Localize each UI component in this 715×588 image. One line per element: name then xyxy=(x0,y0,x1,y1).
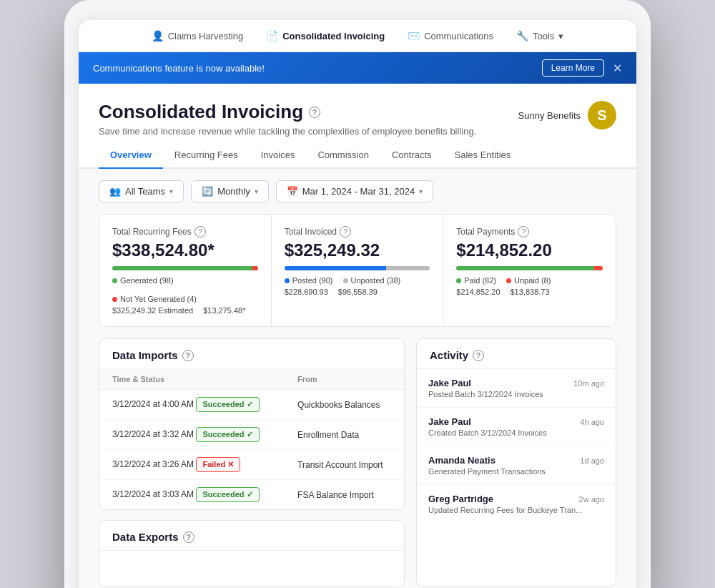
payments-breakdown-unpaid: Unpaid (8) xyxy=(506,276,551,285)
import-time: 3/12/2024 at 3:32 AM Succeeded ✓ xyxy=(99,420,285,450)
status-badge: Succeeded ✓ xyxy=(196,397,259,412)
lower-section: Data Imports ? Time & Status From xyxy=(99,338,616,587)
import-from: Enrollment Data xyxy=(285,420,404,450)
tab-bar: Overview Recurring Fees Invoices Commiss… xyxy=(79,142,636,169)
data-exports-header: Data Exports ? xyxy=(99,521,404,551)
payments-progress-bar xyxy=(456,266,603,270)
frequency-chevron-icon: ▾ xyxy=(255,187,258,195)
app-window: 👤 Claims Harvesting 📄 Consolidated Invoi… xyxy=(79,20,636,588)
table-row: 3/12/2024 at 3:26 AM Failed ✕Transit Acc… xyxy=(99,450,404,480)
recurring-progress-green xyxy=(112,266,252,270)
metric-total-recurring-fees: Total Recurring Fees ? $338,524.80* Gene… xyxy=(99,215,272,326)
metric-value-payments: $214,852.20 xyxy=(456,240,603,260)
import-from: Quickbooks Balances xyxy=(285,390,404,420)
recurring-breakdown: Generated (98) Not Yet Generated (4) xyxy=(112,276,258,303)
top-nav: 👤 Claims Harvesting 📄 Consolidated Invoi… xyxy=(79,20,636,52)
payments-progress-red xyxy=(594,266,603,270)
teams-filter-icon: 👥 xyxy=(109,186,121,197)
page-header: Consolidated Invoicing ? Save time and i… xyxy=(79,84,636,142)
activity-panel: Activity ? Jake Paul10m agoPosted Batch … xyxy=(416,338,616,587)
nav-item-communications[interactable]: ✉️ Communications xyxy=(408,30,493,41)
data-imports-help-icon[interactable]: ? xyxy=(182,350,194,361)
promo-banner: Communications feature is now available!… xyxy=(79,52,636,84)
main-content: 👥 All Teams ▾ 🔄 Monthly ▾ 📅 Mar 1, 2024 … xyxy=(79,169,636,588)
page-title-help-icon[interactable]: ? xyxy=(309,107,320,118)
tools-chevron-icon: ▾ xyxy=(558,31,563,41)
nav-item-tools[interactable]: 🔧 Tools ▾ xyxy=(516,30,563,41)
date-range-label: Mar 1, 2024 - Mar 31, 2024 xyxy=(302,186,415,197)
tab-sales-entities[interactable]: Sales Entities xyxy=(443,142,523,169)
teams-filter-label: All Teams xyxy=(125,186,165,197)
page-title-block: Consolidated Invoicing ? Save time and i… xyxy=(99,101,476,137)
nav-item-claims-harvesting[interactable]: 👤 Claims Harvesting xyxy=(152,30,243,41)
recurring-amounts: $325,249.32 Estimated $13,275.48* xyxy=(112,306,258,315)
dot-generated xyxy=(112,278,117,283)
tab-contracts[interactable]: Contracts xyxy=(380,142,443,169)
imports-col-from: From xyxy=(285,369,404,390)
metric-label-recurring: Total Recurring Fees ? xyxy=(112,226,258,237)
nav-item-consolidated-invoicing[interactable]: 📄 Consolidated Invoicing xyxy=(266,30,385,41)
list-item: Amanda Neatis1d agoGenerated Payment Tra… xyxy=(417,446,616,485)
data-exports-content xyxy=(99,551,404,587)
activity-item-top: Amanda Neatis1d ago xyxy=(428,455,604,466)
data-exports-panel: Data Exports ? xyxy=(99,520,405,587)
invoiced-breakdown: Posted (90) Unposted (38) xyxy=(285,276,430,285)
page-subtitle: Save time and increase revenue while tac… xyxy=(99,126,476,137)
activity-description: Posted Batch 3/12/2024 Invoices xyxy=(428,390,604,398)
data-exports-help-icon[interactable]: ? xyxy=(183,531,194,543)
frequency-filter-button[interactable]: 🔄 Monthly ▾ xyxy=(191,180,269,202)
activity-item-top: Greg Partridge2w ago xyxy=(428,494,604,504)
tab-invoices[interactable]: Invoices xyxy=(250,142,307,169)
activity-time: 1d ago xyxy=(580,456,604,465)
learn-more-button[interactable]: Learn More xyxy=(542,59,604,77)
payments-breakdown: Paid (82) Unpaid (8) xyxy=(456,276,603,285)
activity-time: 4h ago xyxy=(580,418,604,426)
activity-description: Updated Recurring Fees for Buckeye Tran.… xyxy=(428,506,604,514)
import-time-text: 3/12/2024 at 3:32 AM xyxy=(112,429,194,439)
device-frame: 👤 Claims Harvesting 📄 Consolidated Invoi… xyxy=(64,0,651,588)
user-info: Sunny Benefits S xyxy=(518,101,616,129)
metric-total-payments: Total Payments ? $214,852.20 Paid (82) xyxy=(443,215,616,326)
tab-overview[interactable]: Overview xyxy=(99,142,163,169)
dot-posted xyxy=(285,278,290,283)
invoiced-progress-blue xyxy=(285,266,387,270)
status-badge: Succeeded ✓ xyxy=(196,427,259,442)
metric-total-invoiced: Total Invoiced ? $325,249.32 Posted (90) xyxy=(272,215,444,326)
table-row: 3/12/2024 at 3:32 AM Succeeded ✓Enrollme… xyxy=(99,420,404,450)
table-row: 3/12/2024 at 3:03 AM Succeeded ✓FSA Bala… xyxy=(99,480,404,510)
import-from: FSA Balance Import xyxy=(285,480,404,510)
nav-item-communications-label: Communications xyxy=(424,31,493,41)
metric-value-invoiced: $325,249.32 xyxy=(285,240,430,260)
payments-breakdown-paid: Paid (82) xyxy=(456,276,496,285)
user-name: Sunny Benefits xyxy=(518,110,581,121)
teams-filter-button[interactable]: 👥 All Teams ▾ xyxy=(99,180,184,202)
banner-close-button[interactable]: ✕ xyxy=(613,62,622,75)
list-item: Greg Partridge2w agoUpdated Recurring Fe… xyxy=(417,485,616,523)
frequency-filter-icon: 🔄 xyxy=(202,186,213,197)
table-row: 3/12/2024 at 4:00 AM Succeeded ✓Quickboo… xyxy=(99,390,404,420)
teams-chevron-icon: ▾ xyxy=(169,187,173,195)
tab-recurring-fees[interactable]: Recurring Fees xyxy=(163,142,250,169)
recurring-help-icon[interactable]: ? xyxy=(194,226,206,237)
metrics-row: Total Recurring Fees ? $338,524.80* Gene… xyxy=(99,214,616,327)
tools-icon: 🔧 xyxy=(516,30,528,41)
recurring-progress-bar xyxy=(112,266,258,270)
dot-unpaid xyxy=(506,278,511,283)
imports-table: Time & Status From 3/12/2024 at 4:00 AM … xyxy=(99,369,404,509)
activity-item-top: Jake Paul4h ago xyxy=(428,416,604,427)
activity-help-icon[interactable]: ? xyxy=(473,350,484,361)
left-panels: Data Imports ? Time & Status From xyxy=(99,338,405,587)
activity-header: Activity ? xyxy=(417,339,616,369)
activity-time: 2w ago xyxy=(579,495,604,504)
invoiced-progress-bar xyxy=(285,266,430,270)
date-range-filter-button[interactable]: 📅 Mar 1, 2024 - Mar 31, 2024 ▾ xyxy=(276,180,434,202)
activity-user-name: Amanda Neatis xyxy=(428,455,495,466)
status-badge: Succeeded ✓ xyxy=(196,487,259,502)
tab-commission[interactable]: Commission xyxy=(306,142,380,169)
communications-icon: ✉️ xyxy=(408,30,420,41)
banner-message: Communications feature is now available! xyxy=(93,63,542,74)
invoiced-help-icon[interactable]: ? xyxy=(340,226,351,237)
payments-help-icon[interactable]: ? xyxy=(518,226,529,237)
recurring-breakdown-generated: Generated (98) xyxy=(112,276,174,285)
metric-label-payments: Total Payments ? xyxy=(456,226,603,237)
